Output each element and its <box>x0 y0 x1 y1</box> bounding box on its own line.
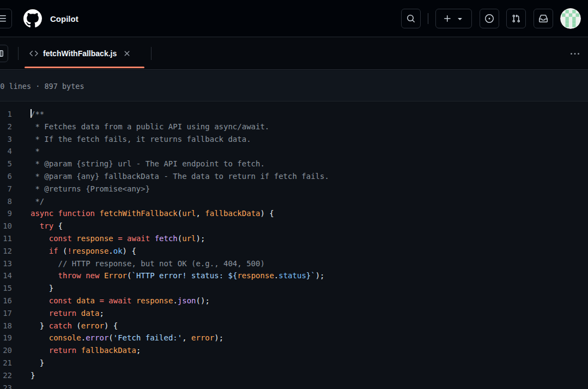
code-text: } <box>31 282 53 295</box>
github-logo[interactable] <box>23 9 42 28</box>
line-number[interactable]: 22 <box>0 369 12 382</box>
code-editor[interactable]: 1/**2 * Fetches data from a public API u… <box>0 101 588 389</box>
pull-request-icon <box>512 14 520 23</box>
line-number[interactable]: 17 <box>0 307 12 320</box>
line-number[interactable]: 19 <box>0 332 12 344</box>
line-number[interactable]: 9 <box>0 207 12 220</box>
code-text: console.error('Fetch failed:', error); <box>31 332 223 344</box>
code-text: * @param {string} url - The API endpoint… <box>31 158 265 170</box>
tab-fetchwithfallback[interactable]: fetchWithFallback.js <box>25 38 139 69</box>
hamburger-icon <box>0 14 7 23</box>
header-divider <box>428 13 428 24</box>
breadcrumb-copilot[interactable]: Copilot <box>50 0 78 37</box>
tab-overflow-button[interactable] <box>566 45 584 63</box>
code-text: */ <box>31 195 44 208</box>
divider <box>18 47 19 60</box>
code-text: * If the fetch fails, it returns fallbac… <box>31 133 251 146</box>
code-text: // HTTP response, but not OK (e.g., 404,… <box>31 258 265 270</box>
code-text: const data = await response.json(); <box>31 295 210 307</box>
code-line: 21 } <box>0 357 588 369</box>
code-text: throw new Error(`HTTP error! status: ${r… <box>31 270 325 282</box>
line-number[interactable]: 8 <box>0 195 12 208</box>
plus-icon <box>443 14 452 23</box>
line-number[interactable]: 14 <box>0 270 12 282</box>
line-number[interactable]: 3 <box>0 133 12 146</box>
line-number[interactable]: 21 <box>0 357 12 369</box>
file-summary: 30 lines · 897 bytes <box>0 70 84 101</box>
sidebar-expand-icon <box>0 49 4 58</box>
line-number[interactable]: 16 <box>0 295 12 307</box>
line-number[interactable]: 4 <box>0 145 12 158</box>
code-line: 11 const response = await fetch(url); <box>0 232 588 245</box>
line-number[interactable]: 23 <box>0 382 12 389</box>
line-number[interactable]: 11 <box>0 232 12 245</box>
code-line: 1/** <box>0 108 588 121</box>
code-line: 10 try { <box>0 220 588 232</box>
file-info-bar: 30 lines · 897 bytes <box>0 70 588 101</box>
issue-opened-icon <box>485 14 494 23</box>
inbox-icon <box>539 14 548 23</box>
code-text: /** <box>31 108 44 121</box>
code-line: 7 * @returns {Promise<any>} <box>0 183 588 195</box>
code-text: const response = await fetch(url); <box>31 232 205 245</box>
code-text: * Fetches data from a public API using a… <box>31 121 269 133</box>
code-line: 20 return fallbackData; <box>0 344 588 357</box>
close-icon[interactable] <box>122 48 132 59</box>
code-line: 16 const data = await response.json(); <box>0 295 588 307</box>
code-line: 15 } <box>0 282 588 295</box>
code-text: if (!response.ok) { <box>31 245 136 258</box>
tab-label: fetchWithFallback.js <box>43 49 117 58</box>
code-lines: 1/**2 * Fetches data from a public API u… <box>0 108 588 389</box>
line-number[interactable]: 13 <box>0 258 12 270</box>
divider <box>151 47 151 60</box>
code-text: async function fetchWithFallback(url, fa… <box>31 207 274 220</box>
search-icon <box>407 14 415 23</box>
code-line: 6 * @param {any} fallbackData - The data… <box>0 170 588 183</box>
code-line: 2 * Fetches data from a public API using… <box>0 121 588 133</box>
code-line: 12 if (!response.ok) { <box>0 245 588 258</box>
line-number[interactable]: 2 <box>0 121 12 133</box>
line-number[interactable]: 18 <box>0 320 12 332</box>
code-line: 14 throw new Error(`HTTP error! status: … <box>0 270 588 282</box>
active-tab-underline <box>25 67 144 68</box>
code-line: 17 return data; <box>0 307 588 320</box>
code-text: try { <box>31 220 63 232</box>
line-number[interactable]: 15 <box>0 282 12 295</box>
code-line: 8 */ <box>0 195 588 208</box>
hamburger-menu-button[interactable] <box>0 9 12 28</box>
code-text: } catch (error) { <box>31 320 118 332</box>
line-number[interactable]: 10 <box>0 220 12 232</box>
code-icon <box>29 49 38 58</box>
sidebar-expand-button[interactable] <box>0 45 8 62</box>
issues-button[interactable] <box>480 9 499 28</box>
code-line: 22} <box>0 369 588 382</box>
avatar[interactable] <box>560 8 581 29</box>
create-new-button[interactable] <box>435 9 472 28</box>
line-number[interactable]: 6 <box>0 170 12 183</box>
code-text: } <box>31 357 44 369</box>
line-number[interactable]: 1 <box>0 108 12 121</box>
line-number[interactable]: 20 <box>0 344 12 357</box>
code-line: 19 console.error('Fetch failed:', error)… <box>0 332 588 344</box>
code-line: 3 * If the fetch fails, it returns fallb… <box>0 133 588 146</box>
code-line: 13 // HTTP response, but not OK (e.g., 4… <box>0 258 588 270</box>
search-button[interactable] <box>401 9 421 28</box>
code-text: * @param {any} fallbackData - The data t… <box>31 170 329 183</box>
code-text: * @returns {Promise<any>} <box>31 183 150 195</box>
line-number[interactable]: 5 <box>0 158 12 170</box>
pull-requests-button[interactable] <box>506 9 526 28</box>
code-text: } <box>31 369 35 382</box>
caret-down-icon <box>456 14 464 23</box>
code-line: 18 } catch (error) { <box>0 320 588 332</box>
code-text: return data; <box>31 307 104 320</box>
kebab-horizontal-icon <box>571 50 579 58</box>
code-text: * <box>31 145 40 158</box>
line-number[interactable]: 7 <box>0 183 12 195</box>
tab-strip: fetchWithFallback.js <box>0 38 588 70</box>
code-text: return fallbackData; <box>31 344 141 357</box>
line-number[interactable]: 12 <box>0 245 12 258</box>
notifications-button[interactable] <box>534 9 553 28</box>
app-header: Copilot <box>0 0 588 37</box>
code-line: 9async function fetchWithFallback(url, f… <box>0 207 588 220</box>
code-line: 5 * @param {string} url - The API endpoi… <box>0 158 588 170</box>
